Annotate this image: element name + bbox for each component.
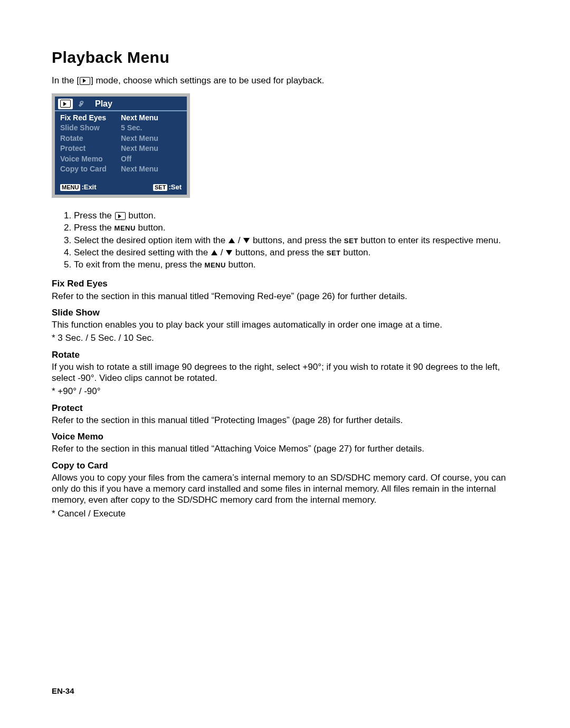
set-label: SET — [327, 249, 341, 257]
lcd-tab-play — [58, 99, 73, 109]
lcd-row-label: Copy to Card — [60, 165, 121, 174]
lcd-inner: Play Fix Red Eyes Next Menu Slide Show 5… — [55, 97, 187, 195]
up-arrow-icon — [229, 238, 235, 243]
lcd-row-value: 5 Sec. — [121, 123, 182, 133]
lcd-row-value: Next Menu — [121, 144, 182, 154]
lcd-row-value: Next Menu — [121, 134, 182, 143]
step-text: Press the — [74, 210, 115, 221]
up-arrow-icon — [211, 250, 217, 255]
lcd-set: SET:Set — [153, 183, 182, 191]
step-text: button to enter its respective menu. — [358, 235, 501, 245]
section-rotate: Rotate If you wish to rotate a still ima… — [52, 349, 518, 397]
section-body: If you wish to rotate a still image 90 d… — [52, 361, 518, 384]
page-footer: EN-34 — [52, 686, 74, 696]
step-3: Select the desired option item with the … — [74, 234, 518, 246]
section-copy-to-card: Copy to Card Allows you to copy your fil… — [52, 460, 518, 519]
set-label: SET — [344, 237, 358, 245]
section-fix-red-eyes: Fix Red Eyes Refer to the section in thi… — [52, 278, 518, 302]
lcd-title: Play — [95, 99, 112, 109]
lcd-row-label: Slide Show — [60, 123, 121, 133]
section-body: This function enables you to play back y… — [52, 319, 518, 330]
section-heading: Protect — [52, 403, 518, 414]
play-mode-icon — [115, 212, 126, 220]
step-text: Select the desired option item with the — [74, 235, 228, 245]
lcd-exit: MENU:Exit — [60, 183, 97, 191]
document-page: Playback Menu In the [] mode, choose whi… — [0, 0, 570, 728]
step-text: / — [218, 247, 225, 257]
lcd-row-copy-to-card: Copy to Card Next Menu — [55, 164, 187, 175]
set-chip: SET — [153, 184, 167, 191]
step-text: button. — [341, 247, 371, 257]
step-4: Select the desired setting with the / bu… — [74, 246, 518, 258]
section-options: * +90° / -90° — [52, 386, 518, 397]
menu-chip: MENU — [60, 184, 80, 191]
step-5: To exit from the menu, press the MENU bu… — [74, 258, 518, 271]
section-options: * 3 Sec. / 5 Sec. / 10 Sec. — [52, 332, 518, 343]
lcd-row-protect: Protect Next Menu — [55, 143, 187, 154]
lcd-row-label: Fix Red Eyes — [60, 113, 121, 123]
play-mode-icon — [80, 77, 90, 85]
section-heading: Rotate — [52, 349, 518, 360]
section-heading: Fix Red Eyes — [52, 278, 518, 289]
step-text: To exit from the menu, press the — [74, 260, 205, 270]
lcd-row-fix-red-eyes: Fix Red Eyes Next Menu — [55, 113, 187, 123]
lcd-row-value: Off — [121, 155, 182, 164]
section-body: Refer to the section in this manual titl… — [52, 415, 518, 426]
lcd-set-label: :Set — [168, 183, 182, 191]
lcd-row-value: Next Menu — [121, 113, 182, 123]
step-text: button. — [136, 223, 166, 233]
menu-label: MENU — [205, 261, 226, 269]
lcd-exit-label: :Exit — [81, 183, 96, 191]
play-mode-icon — [60, 100, 71, 108]
lcd-row-slide-show: Slide Show 5 Sec. — [55, 123, 187, 133]
steps-list: Press the button. Press the MENU button.… — [52, 209, 518, 271]
step-text: buttons, and press the — [233, 247, 327, 257]
section-slide-show: Slide Show This function enables you to … — [52, 307, 518, 344]
step-text: button. — [226, 260, 256, 270]
section-heading: Copy to Card — [52, 460, 518, 471]
intro-before: In the [ — [52, 75, 79, 85]
section-heading: Slide Show — [52, 307, 518, 318]
intro-line: In the [] mode, choose which settings ar… — [52, 75, 518, 86]
lcd-bottom: MENU:Exit SET:Set — [55, 183, 187, 193]
lcd-row-label: Rotate — [60, 134, 121, 143]
section-heading: Voice Memo — [52, 431, 518, 442]
section-protect: Protect Refer to the section in this man… — [52, 403, 518, 426]
lcd-rows: Fix Red Eyes Next Menu Slide Show 5 Sec.… — [55, 111, 187, 178]
lcd-row-label: Voice Memo — [60, 155, 121, 164]
lcd-row-value: Next Menu — [121, 165, 182, 174]
section-body: Refer to the section in this manual titl… — [52, 291, 518, 302]
down-arrow-icon — [226, 250, 232, 255]
lcd-row-rotate: Rotate Next Menu — [55, 133, 187, 144]
down-arrow-icon — [243, 238, 250, 243]
section-body: Refer to the section in this manual titl… — [52, 443, 518, 454]
step-text: Press the — [74, 223, 115, 233]
page-title: Playback Menu — [52, 47, 518, 68]
step-2: Press the MENU button. — [74, 222, 518, 234]
lcd-tab-setup — [75, 99, 90, 109]
section-options: * Cancel / Execute — [52, 508, 518, 519]
step-1: Press the button. — [74, 209, 518, 222]
menu-label: MENU — [115, 224, 136, 232]
section-body: Allows you to copy your files from the c… — [52, 472, 518, 506]
step-text: / — [235, 235, 243, 245]
lcd-tabs: Play — [55, 97, 187, 111]
lcd-row-label: Protect — [60, 144, 121, 154]
step-text: button. — [126, 210, 156, 221]
intro-after: ] mode, choose which settings are to be … — [91, 75, 324, 85]
lcd-row-voice-memo: Voice Memo Off — [55, 154, 187, 165]
step-text: buttons, and press the — [250, 235, 344, 245]
step-text: Select the desired setting with the — [74, 247, 211, 257]
camera-lcd: Play Fix Red Eyes Next Menu Slide Show 5… — [52, 93, 190, 198]
section-voice-memo: Voice Memo Refer to the section in this … — [52, 431, 518, 455]
